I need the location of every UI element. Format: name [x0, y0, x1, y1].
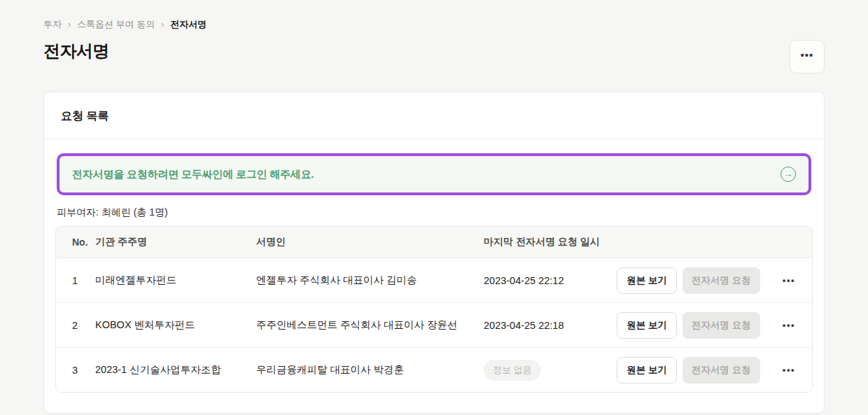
table-header-row: No. 기관 주주명 서명인 마지막 전자서명 요청 일시: [56, 227, 812, 258]
cell-org: 2023-1 신기술사업투자조합: [95, 363, 256, 377]
view-original-button[interactable]: 원본 보기: [617, 357, 677, 384]
card-header-title: 요청 목록: [61, 110, 108, 122]
card-header: 요청 목록: [44, 92, 824, 139]
card-body: 전자서명을 요청하려면 모두싸인에 로그인 해주세요. → 피부여자: 최혜린 …: [44, 139, 824, 407]
request-esign-button[interactable]: 전자서명 요청: [682, 312, 760, 339]
cell-no: 2: [56, 320, 95, 331]
cell-org: 미래엔젤투자펀드: [95, 274, 256, 287]
cell-last-request: 정보 없음: [484, 360, 629, 381]
view-original-button[interactable]: 원본 보기: [617, 312, 677, 339]
request-esign-button[interactable]: 전자서명 요청: [682, 357, 760, 384]
page: 투자 › 스톡옵션 부여 동의 › 전자서명 전자서명 ••• 요청 목록 전자…: [0, 0, 868, 414]
row-more-button[interactable]: •••: [781, 363, 797, 377]
cell-last-request: 2023-04-25 22:18: [484, 320, 629, 331]
breadcrumb-item-stock-option-consent[interactable]: 스톡옵션 부여 동의: [77, 18, 155, 31]
chevron-right-icon: ›: [68, 20, 71, 29]
column-header-no: No.: [56, 237, 95, 248]
column-header-org: 기관 주주명: [95, 236, 256, 248]
row-more-button[interactable]: •••: [781, 318, 797, 332]
cell-actions: 원본 보기 전자서명 요청 •••: [629, 267, 812, 294]
banner-message: 전자서명을 요청하려면 모두싸인에 로그인 해주세요.: [72, 168, 314, 181]
cell-actions: 원본 보기 전자서명 요청 •••: [629, 357, 812, 384]
ellipsis-icon: •••: [783, 365, 795, 375]
no-info-badge: 정보 없음: [484, 360, 541, 381]
breadcrumb-item-esign: 전자서명: [170, 18, 206, 31]
cell-last-request: 2023-04-25 22:12: [484, 275, 629, 286]
column-header-last-request: 마지막 전자서명 요청 일시: [484, 236, 629, 248]
cell-signer: 엔젤투자 주식회사 대표이사 김미송: [256, 274, 484, 287]
breadcrumb-item-invest[interactable]: 투자: [43, 18, 62, 31]
last-request-timestamp: 2023-04-25 22:12: [484, 275, 564, 286]
title-row: 전자서명 •••: [43, 40, 825, 73]
table-row: 3 2023-1 신기술사업투자조합 우리금융캐피탈 대표이사 박경훈 정보 없…: [56, 347, 812, 392]
ellipsis-icon: •••: [783, 275, 795, 286]
breadcrumb: 투자 › 스톡옵션 부여 동의 › 전자서명: [43, 18, 825, 31]
request-list-card: 요청 목록 전자서명을 요청하려면 모두싸인에 로그인 해주세요. → 피부여자…: [43, 92, 825, 414]
request-esign-button[interactable]: 전자서명 요청: [682, 267, 760, 294]
table-row: 2 KOBOX 벤처투자펀드 주주인베스트먼트 주식회사 대표이사 장윤선 20…: [56, 302, 812, 347]
column-header-signer: 서명인: [256, 236, 484, 248]
page-title: 전자서명: [43, 40, 109, 62]
cell-org: KOBOX 벤처투자펀드: [95, 318, 256, 332]
last-request-timestamp: 2023-04-25 22:18: [484, 320, 564, 331]
page-more-button[interactable]: •••: [790, 40, 825, 73]
cell-signer: 주주인베스트먼트 주식회사 대표이사 장윤선: [256, 318, 484, 332]
cell-no: 3: [56, 365, 95, 376]
ellipsis-icon: •••: [801, 50, 814, 60]
chevron-right-icon: ›: [161, 20, 164, 29]
table-row: 1 미래엔젤투자펀드 엔젤투자 주식회사 대표이사 김미송 2023-04-25…: [56, 258, 812, 302]
signature-request-table: No. 기관 주주명 서명인 마지막 전자서명 요청 일시 1 미래엔젤투자펀드…: [55, 226, 813, 393]
grantee-summary: 피부여자: 최혜린 (총 1명): [57, 206, 811, 219]
modusign-login-banner[interactable]: 전자서명을 요청하려면 모두싸인에 로그인 해주세요. →: [57, 153, 811, 195]
row-more-button[interactable]: •••: [781, 273, 797, 288]
ellipsis-icon: •••: [783, 320, 795, 330]
view-original-button[interactable]: 원본 보기: [617, 267, 677, 294]
cell-no: 1: [56, 275, 95, 286]
cell-actions: 원본 보기 전자서명 요청 •••: [629, 312, 812, 339]
cell-signer: 우리금융캐피탈 대표이사 박경훈: [256, 363, 484, 377]
arrow-right-circle-icon[interactable]: →: [780, 167, 796, 182]
